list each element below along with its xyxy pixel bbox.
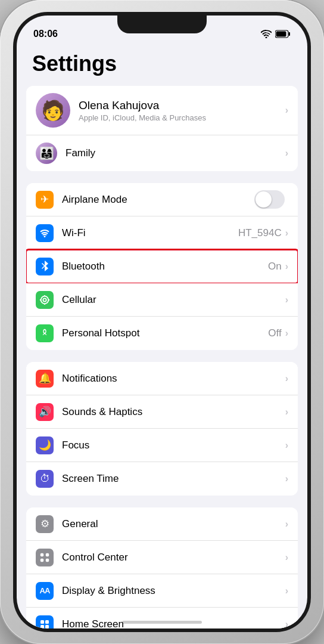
hotspot-chevron: ›: [285, 328, 288, 339]
status-time: 08:06: [33, 29, 58, 39]
wifi-row[interactable]: Wi-Fi HT_594C ›: [26, 216, 298, 250]
svg-rect-9: [40, 553, 43, 556]
wifi-value: HT_594C: [238, 227, 282, 239]
page-title: Settings: [17, 45, 307, 86]
general-label: General: [62, 518, 285, 530]
family-avatar: 👨‍👩‍👧: [36, 143, 57, 164]
svg-rect-13: [40, 620, 44, 624]
alerts-section: 🔔 Notifications › 🔊 Sounds & Haptics › 🌙…: [26, 362, 298, 496]
notifications-row[interactable]: 🔔 Notifications ›: [26, 362, 298, 395]
general-row[interactable]: ⚙ General ›: [26, 507, 298, 541]
bluetooth-icon: [36, 258, 54, 275]
airplane-mode-toggle[interactable]: [254, 190, 285, 209]
screen-time-label: Screen Time: [62, 473, 285, 485]
notch: [117, 16, 207, 33]
general-section: ⚙ General ›: [26, 507, 298, 628]
home-screen-icon: [36, 615, 54, 628]
profile-name: Olena Kahujova: [79, 99, 285, 112]
focus-chevron: ›: [285, 440, 288, 451]
screen-time-chevron: ›: [285, 473, 288, 484]
sounds-icon: 🔊: [36, 403, 54, 421]
wifi-row-icon: [36, 224, 54, 242]
notifications-icon: 🔔: [36, 370, 54, 388]
focus-row[interactable]: 🌙 Focus ›: [26, 429, 298, 462]
control-center-label: Control Center: [62, 552, 285, 564]
status-icons: [261, 30, 291, 38]
svg-point-4: [43, 298, 46, 301]
focus-icon: 🌙: [36, 436, 54, 454]
general-chevron: ›: [285, 519, 288, 530]
svg-rect-10: [46, 553, 49, 556]
profile-info: Olena Kahujova Apple ID, iCloud, Media &…: [79, 99, 285, 122]
bluetooth-row[interactable]: Bluetooth On ›: [26, 250, 298, 283]
svg-rect-11: [40, 558, 43, 561]
cellular-icon: [36, 291, 54, 309]
notifications-label: Notifications: [62, 373, 285, 385]
home-indicator: [122, 621, 202, 624]
family-label: Family: [66, 147, 285, 159]
svg-rect-16: [45, 625, 49, 628]
profile-section: 🧑 Olena Kahujova Apple ID, iCloud, Media…: [26, 86, 298, 171]
airplane-mode-row[interactable]: ✈ Airplane Mode: [26, 183, 298, 216]
hotspot-icon: [36, 324, 54, 342]
hotspot-value: Off: [268, 327, 281, 339]
cellular-label: Cellular: [62, 294, 285, 306]
control-center-icon: [36, 549, 54, 566]
phone-frame: 08:06 Settings: [0, 0, 324, 644]
bluetooth-label: Bluetooth: [62, 261, 268, 273]
settings-content: Settings 🧑 Olena Kahujova Apple ID, iClo…: [17, 45, 307, 628]
display-row[interactable]: AA Display & Brightness ›: [26, 574, 298, 608]
svg-rect-15: [40, 625, 44, 628]
sounds-row[interactable]: 🔊 Sounds & Haptics ›: [26, 395, 298, 429]
airplane-mode-label: Airplane Mode: [62, 194, 254, 206]
avatar: 🧑: [36, 93, 70, 128]
control-center-row[interactable]: Control Center ›: [26, 541, 298, 574]
display-icon: AA: [36, 582, 54, 600]
profile-row[interactable]: 🧑 Olena Kahujova Apple ID, iCloud, Media…: [26, 86, 298, 135]
display-chevron: ›: [285, 586, 288, 596]
cellular-row[interactable]: Cellular ›: [26, 283, 298, 317]
screen-time-icon: ⏱: [36, 470, 54, 488]
wifi-label: Wi-Fi: [62, 227, 238, 239]
battery-icon: [275, 30, 291, 38]
phone-inner: 08:06 Settings: [13, 12, 311, 632]
notifications-chevron: ›: [285, 373, 288, 384]
home-screen-row[interactable]: Home Screen ›: [26, 608, 298, 628]
svg-rect-2: [276, 32, 286, 37]
svg-point-3: [41, 296, 49, 304]
family-chevron: ›: [285, 148, 288, 159]
cellular-chevron: ›: [285, 295, 288, 305]
screen: 08:06 Settings: [17, 16, 307, 628]
sounds-label: Sounds & Haptics: [62, 406, 285, 418]
focus-label: Focus: [62, 439, 285, 451]
profile-subtitle: Apple ID, iCloud, Media & Purchases: [79, 113, 285, 122]
toggle-thumb: [256, 191, 272, 208]
family-row[interactable]: 👨‍👩‍👧 Family ›: [26, 135, 298, 171]
airplane-mode-icon: ✈: [36, 191, 54, 209]
svg-rect-12: [46, 558, 49, 561]
profile-chevron: ›: [285, 105, 288, 116]
bluetooth-chevron: ›: [285, 261, 288, 272]
svg-rect-14: [45, 620, 49, 624]
hotspot-label: Personal Hotspot: [62, 327, 268, 339]
connectivity-section: ✈ Airplane Mode Wi-Fi: [26, 183, 298, 350]
bluetooth-value: On: [268, 261, 282, 273]
display-label: Display & Brightness: [62, 585, 285, 597]
sounds-chevron: ›: [285, 407, 288, 417]
wifi-icon: [261, 30, 272, 38]
screen-time-row[interactable]: ⏱ Screen Time ›: [26, 462, 298, 496]
home-screen-chevron: ›: [285, 619, 288, 628]
svg-rect-1: [289, 32, 291, 36]
hotspot-row[interactable]: Personal Hotspot Off ›: [26, 317, 298, 350]
general-icon: ⚙: [36, 515, 54, 533]
control-center-chevron: ›: [285, 552, 288, 563]
wifi-chevron: ›: [285, 228, 288, 239]
